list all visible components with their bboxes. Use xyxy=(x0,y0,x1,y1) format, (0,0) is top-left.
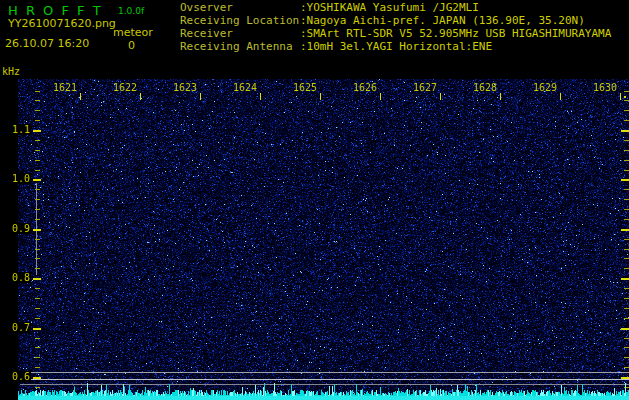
hrofft-screen: H R O F F T 1.0.0f YY2610071620.png mete… xyxy=(0,0,629,400)
info-value: :Nagoya Aichi-pref. JAPAN (136.90E, 35.2… xyxy=(300,14,585,27)
freq-tick-label: 0.7 xyxy=(1,322,31,333)
time-tick-label: 1630 xyxy=(590,82,617,93)
freq-tick-label: 0.8 xyxy=(1,272,31,283)
info-label: Receiving Location xyxy=(180,14,300,27)
time-tick-label: 1627 xyxy=(410,82,437,93)
time-tick-label: 1629 xyxy=(530,82,557,93)
info-value: :10mH 3el.YAGI Horizontal:ENE xyxy=(300,40,492,53)
info-row: Ovserver:YOSHIKAWA Yasufumi /JG2MLI xyxy=(180,1,611,14)
output-filename: YY2610071620.png xyxy=(8,17,116,30)
freq-tick-label: 1.0 xyxy=(1,173,31,184)
time-tick-label: 1624 xyxy=(230,82,257,93)
time-tick-label: 1622 xyxy=(110,82,137,93)
info-row: Receiving Antenna:10mH 3el.YAGI Horizont… xyxy=(180,40,611,53)
app-title: H R O F F T xyxy=(8,3,103,18)
datetime-label: 26.10.07 16:20 xyxy=(5,37,89,50)
time-tick-label: 1628 xyxy=(470,82,497,93)
time-tick-label: 1625 xyxy=(290,82,317,93)
mode-label: meteor xyxy=(113,26,153,39)
info-label: Receiver xyxy=(180,27,300,40)
spectrogram-canvas xyxy=(18,79,629,400)
info-row: Receiving Location:Nagoya Aichi-pref. JA… xyxy=(180,14,611,27)
info-value: :SMArt RTL-SDR V5 52.905MHz USB HIGASHIM… xyxy=(300,27,611,40)
info-label: Ovserver xyxy=(180,1,300,14)
info-value: :YOSHIKAWA Yasufumi /JG2MLI xyxy=(300,1,479,14)
freq-axis-unit: kHz xyxy=(2,66,20,77)
freq-tick-label: 0.6 xyxy=(1,371,31,382)
freq-tick-label: 1.1 xyxy=(1,124,31,135)
observer-info-block: Ovserver:YOSHIKAWA Yasufumi /JG2MLIRecei… xyxy=(180,1,611,53)
info-label: Receiving Antenna xyxy=(180,40,300,53)
time-tick-label: 1626 xyxy=(350,82,377,93)
app-version: 1.0.0f xyxy=(118,6,144,16)
meteor-count: 0 xyxy=(128,39,135,52)
freq-tick-label: 0.9 xyxy=(1,223,31,234)
time-tick-label: 1621 xyxy=(50,82,77,93)
info-row: Receiver:SMArt RTL-SDR V5 52.905MHz USB … xyxy=(180,27,611,40)
time-tick-label: 1623 xyxy=(170,82,197,93)
